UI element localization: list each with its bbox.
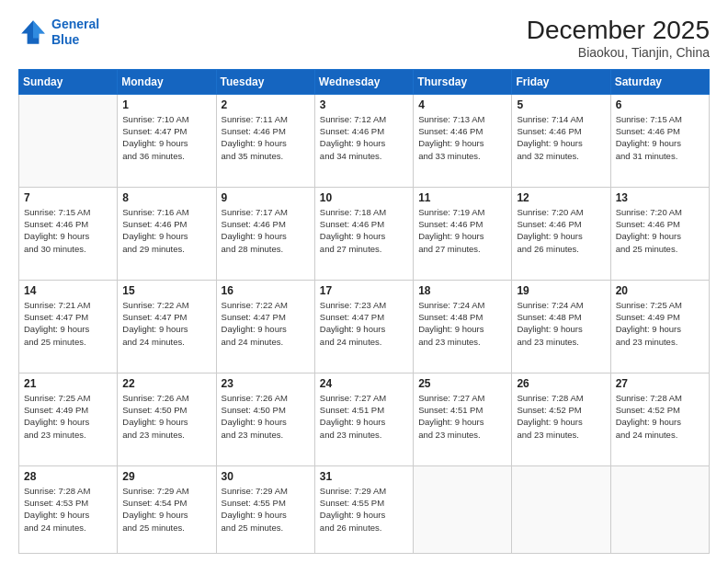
day-number: 26 bbox=[517, 377, 605, 390]
calendar-cell: 13Sunrise: 7:20 AM Sunset: 4:46 PM Dayli… bbox=[610, 187, 709, 280]
day-info: Sunrise: 7:20 AM Sunset: 4:46 PM Dayligh… bbox=[616, 206, 704, 255]
day-number: 1 bbox=[122, 98, 210, 111]
day-number: 6 bbox=[616, 98, 704, 111]
day-info: Sunrise: 7:17 AM Sunset: 4:46 PM Dayligh… bbox=[222, 206, 310, 255]
day-number: 17 bbox=[320, 284, 408, 297]
calendar-cell: 10Sunrise: 7:18 AM Sunset: 4:46 PM Dayli… bbox=[314, 187, 413, 280]
calendar-header-row: SundayMondayTuesdayWednesdayThursdayFrid… bbox=[19, 69, 710, 94]
calendar-weekday-friday: Friday bbox=[512, 69, 610, 94]
header: General Blue December 2025 Biaokou, Tian… bbox=[18, 17, 710, 60]
calendar-cell: 7Sunrise: 7:15 AM Sunset: 4:46 PM Daylig… bbox=[19, 187, 118, 280]
day-number: 28 bbox=[24, 470, 112, 483]
day-info: Sunrise: 7:22 AM Sunset: 4:47 PM Dayligh… bbox=[122, 299, 210, 348]
day-number: 7 bbox=[24, 191, 112, 204]
calendar-week-row: 21Sunrise: 7:25 AM Sunset: 4:49 PM Dayli… bbox=[19, 373, 710, 465]
day-number: 18 bbox=[418, 284, 506, 297]
calendar-cell: 12Sunrise: 7:20 AM Sunset: 4:46 PM Dayli… bbox=[512, 187, 610, 280]
title-block: December 2025 Biaokou, Tianjin, China bbox=[527, 17, 710, 60]
day-info: Sunrise: 7:11 AM Sunset: 4:46 PM Dayligh… bbox=[222, 113, 310, 162]
calendar-cell: 22Sunrise: 7:26 AM Sunset: 4:50 PM Dayli… bbox=[118, 373, 216, 465]
day-number: 16 bbox=[222, 284, 310, 297]
day-info: Sunrise: 7:10 AM Sunset: 4:47 PM Dayligh… bbox=[122, 113, 210, 162]
day-info: Sunrise: 7:18 AM Sunset: 4:46 PM Dayligh… bbox=[320, 206, 408, 255]
calendar-week-row: 28Sunrise: 7:28 AM Sunset: 4:53 PM Dayli… bbox=[19, 465, 710, 553]
calendar-cell: 28Sunrise: 7:28 AM Sunset: 4:53 PM Dayli… bbox=[19, 465, 118, 553]
day-info: Sunrise: 7:26 AM Sunset: 4:50 PM Dayligh… bbox=[222, 392, 310, 441]
day-number: 19 bbox=[517, 284, 605, 297]
calendar-cell bbox=[512, 465, 610, 553]
calendar-cell: 26Sunrise: 7:28 AM Sunset: 4:52 PM Dayli… bbox=[512, 373, 610, 465]
day-info: Sunrise: 7:27 AM Sunset: 4:51 PM Dayligh… bbox=[320, 392, 408, 441]
day-number: 23 bbox=[222, 377, 310, 390]
day-number: 30 bbox=[222, 470, 310, 483]
day-info: Sunrise: 7:23 AM Sunset: 4:47 PM Dayligh… bbox=[320, 299, 408, 348]
main-title: December 2025 bbox=[527, 17, 710, 45]
day-number: 5 bbox=[517, 98, 605, 111]
calendar-weekday-thursday: Thursday bbox=[414, 69, 512, 94]
calendar-cell: 30Sunrise: 7:29 AM Sunset: 4:55 PM Dayli… bbox=[216, 465, 314, 553]
calendar-weekday-saturday: Saturday bbox=[610, 69, 709, 94]
day-info: Sunrise: 7:25 AM Sunset: 4:49 PM Dayligh… bbox=[24, 392, 112, 441]
day-number: 4 bbox=[418, 98, 506, 111]
calendar-week-row: 1Sunrise: 7:10 AM Sunset: 4:47 PM Daylig… bbox=[19, 94, 710, 187]
calendar-cell: 23Sunrise: 7:26 AM Sunset: 4:50 PM Dayli… bbox=[216, 373, 314, 465]
svg-marker-1 bbox=[33, 20, 45, 38]
day-number: 20 bbox=[616, 284, 704, 297]
day-number: 3 bbox=[320, 98, 408, 111]
day-number: 31 bbox=[320, 470, 408, 483]
calendar-cell: 19Sunrise: 7:24 AM Sunset: 4:48 PM Dayli… bbox=[512, 280, 610, 373]
day-number: 12 bbox=[517, 191, 605, 204]
day-info: Sunrise: 7:28 AM Sunset: 4:52 PM Dayligh… bbox=[616, 392, 704, 441]
day-info: Sunrise: 7:22 AM Sunset: 4:47 PM Dayligh… bbox=[222, 299, 310, 348]
day-info: Sunrise: 7:21 AM Sunset: 4:47 PM Dayligh… bbox=[24, 299, 112, 348]
calendar-cell: 15Sunrise: 7:22 AM Sunset: 4:47 PM Dayli… bbox=[118, 280, 216, 373]
calendar-cell: 9Sunrise: 7:17 AM Sunset: 4:46 PM Daylig… bbox=[216, 187, 314, 280]
calendar-week-row: 7Sunrise: 7:15 AM Sunset: 4:46 PM Daylig… bbox=[19, 187, 710, 280]
day-number: 10 bbox=[320, 191, 408, 204]
calendar-cell bbox=[414, 465, 512, 553]
logo-text: General Blue bbox=[51, 17, 99, 48]
day-number: 11 bbox=[418, 191, 506, 204]
calendar-cell: 17Sunrise: 7:23 AM Sunset: 4:47 PM Dayli… bbox=[314, 280, 413, 373]
day-info: Sunrise: 7:24 AM Sunset: 4:48 PM Dayligh… bbox=[418, 299, 506, 348]
day-info: Sunrise: 7:27 AM Sunset: 4:51 PM Dayligh… bbox=[418, 392, 506, 441]
day-number: 29 bbox=[122, 470, 210, 483]
day-number: 21 bbox=[24, 377, 112, 390]
calendar-cell: 11Sunrise: 7:19 AM Sunset: 4:46 PM Dayli… bbox=[414, 187, 512, 280]
calendar-cell: 16Sunrise: 7:22 AM Sunset: 4:47 PM Dayli… bbox=[216, 280, 314, 373]
calendar-cell: 14Sunrise: 7:21 AM Sunset: 4:47 PM Dayli… bbox=[19, 280, 118, 373]
calendar-cell: 27Sunrise: 7:28 AM Sunset: 4:52 PM Dayli… bbox=[610, 373, 709, 465]
day-info: Sunrise: 7:29 AM Sunset: 4:55 PM Dayligh… bbox=[320, 485, 408, 534]
day-info: Sunrise: 7:29 AM Sunset: 4:54 PM Dayligh… bbox=[122, 485, 210, 534]
calendar-weekday-monday: Monday bbox=[118, 69, 216, 94]
calendar-cell: 4Sunrise: 7:13 AM Sunset: 4:46 PM Daylig… bbox=[414, 94, 512, 187]
day-info: Sunrise: 7:15 AM Sunset: 4:46 PM Dayligh… bbox=[24, 206, 112, 255]
calendar-cell: 29Sunrise: 7:29 AM Sunset: 4:54 PM Dayli… bbox=[118, 465, 216, 553]
day-number: 14 bbox=[24, 284, 112, 297]
calendar-cell: 2Sunrise: 7:11 AM Sunset: 4:46 PM Daylig… bbox=[216, 94, 314, 187]
day-info: Sunrise: 7:28 AM Sunset: 4:53 PM Dayligh… bbox=[24, 485, 112, 534]
day-info: Sunrise: 7:15 AM Sunset: 4:46 PM Dayligh… bbox=[616, 113, 704, 162]
day-info: Sunrise: 7:19 AM Sunset: 4:46 PM Dayligh… bbox=[418, 206, 506, 255]
day-info: Sunrise: 7:26 AM Sunset: 4:50 PM Dayligh… bbox=[122, 392, 210, 441]
calendar-table: SundayMondayTuesdayWednesdayThursdayFrid… bbox=[18, 69, 710, 554]
day-info: Sunrise: 7:12 AM Sunset: 4:46 PM Dayligh… bbox=[320, 113, 408, 162]
calendar-cell: 31Sunrise: 7:29 AM Sunset: 4:55 PM Dayli… bbox=[314, 465, 413, 553]
calendar-weekday-wednesday: Wednesday bbox=[314, 69, 413, 94]
day-number: 24 bbox=[320, 377, 408, 390]
calendar-cell: 8Sunrise: 7:16 AM Sunset: 4:46 PM Daylig… bbox=[118, 187, 216, 280]
calendar-cell bbox=[19, 94, 118, 187]
calendar-cell: 21Sunrise: 7:25 AM Sunset: 4:49 PM Dayli… bbox=[19, 373, 118, 465]
calendar-week-row: 14Sunrise: 7:21 AM Sunset: 4:47 PM Dayli… bbox=[19, 280, 710, 373]
day-info: Sunrise: 7:13 AM Sunset: 4:46 PM Dayligh… bbox=[418, 113, 506, 162]
calendar-cell: 1Sunrise: 7:10 AM Sunset: 4:47 PM Daylig… bbox=[118, 94, 216, 187]
calendar-cell: 18Sunrise: 7:24 AM Sunset: 4:48 PM Dayli… bbox=[414, 280, 512, 373]
day-info: Sunrise: 7:25 AM Sunset: 4:49 PM Dayligh… bbox=[616, 299, 704, 348]
calendar-weekday-sunday: Sunday bbox=[19, 69, 118, 94]
day-info: Sunrise: 7:20 AM Sunset: 4:46 PM Dayligh… bbox=[517, 206, 605, 255]
calendar-cell bbox=[610, 465, 709, 553]
page: General Blue December 2025 Biaokou, Tian… bbox=[0, 0, 728, 563]
day-info: Sunrise: 7:16 AM Sunset: 4:46 PM Dayligh… bbox=[122, 206, 210, 255]
day-info: Sunrise: 7:14 AM Sunset: 4:46 PM Dayligh… bbox=[517, 113, 605, 162]
day-number: 15 bbox=[122, 284, 210, 297]
